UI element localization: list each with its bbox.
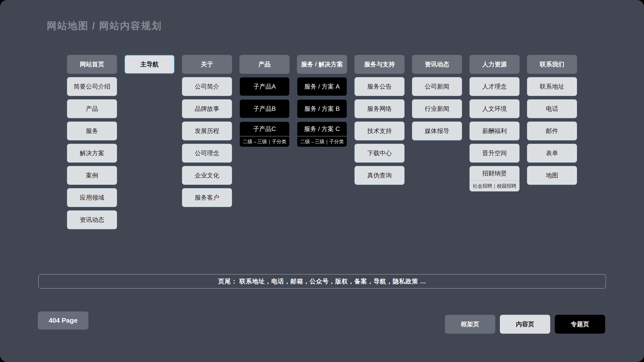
sitemap-columns: 网站首页简要公司介绍产品服务解决方案案例应用领域资讯动态主导航关于公司简介品牌故… [67,55,577,229]
sitemap-node[interactable]: 服务 / 方案 C二级→三级｜子分类 [297,122,347,147]
sitemap-node[interactable]: 行业新闻 [412,99,462,118]
sitemap-node[interactable]: 下载中心 [354,144,405,163]
sitemap-node[interactable]: 真伪查询 [354,166,405,185]
sitemap-column-2: 主导航 [124,55,175,229]
column-header-node[interactable]: 服务 / 解决方案 [297,55,347,74]
sitemap-node[interactable]: 联系地址 [527,77,577,96]
sitemap-column-3: 关于公司简介品牌故事发展历程公司理念企业文化服务客户 [182,55,232,229]
legend-button-light[interactable]: 内容页 [500,315,550,334]
sitemap-node[interactable]: 地图 [527,166,577,185]
sitemap-node[interactable]: 服务公告 [354,77,405,96]
sitemap-column-5: 服务 / 解决方案服务 / 方案 A服务 / 方案 B服务 / 方案 C二级→三… [297,55,347,229]
column-header-node[interactable]: 网站首页 [67,55,117,74]
sitemap-node[interactable]: 邮件 [527,122,577,140]
node-sub-label: 社会招聘｜校园招聘 [470,181,519,191]
sitemap-column-1: 网站首页简要公司介绍产品服务解决方案案例应用领域资讯动态 [67,55,117,229]
sitemap-node[interactable]: 产品 [67,99,117,118]
sitemap-node[interactable]: 公司理念 [182,144,232,163]
node-label: 招财纳贤 [470,166,519,180]
sitemap-node[interactable]: 表单 [527,144,577,163]
sitemap-node[interactable]: 企业文化 [182,166,232,185]
node-sub-label: 二级→三级｜子分类 [240,136,289,147]
sitemap-node[interactable]: 应用领域 [67,188,117,207]
footer-node[interactable]: 页尾： 联系地址，电话，邮箱，公众号，版权，备案，导航，隐私政策 ... [38,274,606,288]
sitemap-node[interactable]: 服务网络 [354,99,405,118]
column-header-node[interactable]: 服务与支持 [354,55,405,74]
sitemap-column-8: 人力资源人才理念人文环境薪酬福利晋升空间招财纳贤社会招聘｜校园招聘 [469,55,520,229]
column-header-node[interactable]: 产品 [239,55,290,74]
sitemap-canvas: 网站地图 / 网站内容规划 网站首页简要公司介绍产品服务解决方案案例应用领域资讯… [0,0,644,362]
node-label: 服务 / 方案 C [297,122,347,136]
sitemap-node[interactable]: 服务客户 [182,188,232,207]
sitemap-node[interactable]: 服务 / 方案 B [297,99,347,118]
legend-button-gray[interactable]: 框架页 [445,315,495,334]
sitemap-node[interactable]: 案例 [67,166,117,185]
sitemap-column-6: 服务与支持服务公告服务网络技术支持下载中心真伪查询 [354,55,405,229]
sitemap-node[interactable]: 服务 / 方案 A [297,77,347,96]
sitemap-node[interactable]: 资讯动态 [67,210,117,229]
sitemap-node[interactable]: 人文环境 [469,99,520,118]
main-nav-node[interactable]: 主导航 [124,55,175,74]
column-header-node[interactable]: 人力资源 [469,55,520,74]
sitemap-node[interactable]: 电话 [527,99,577,118]
sitemap-node[interactable]: 服务 [67,122,117,140]
node-label: 子产品C [240,122,289,136]
sitemap-node[interactable]: 子产品A [239,77,290,96]
sitemap-node[interactable]: 公司新闻 [412,77,462,96]
legend-button-black[interactable]: 专题页 [555,315,605,334]
sitemap-column-9: 联系我们联系地址电话邮件表单地图 [527,55,577,229]
sitemap-node[interactable]: 人才理念 [469,77,520,96]
sitemap-node[interactable]: 子产品B [239,99,290,118]
sitemap-node[interactable]: 薪酬福利 [469,122,520,140]
sitemap-node[interactable]: 发展历程 [182,122,232,140]
sitemap-column-7: 资讯动态公司新闻行业新闻媒体报导 [412,55,462,229]
page-title: 网站地图 / 网站内容规划 [47,19,162,32]
sitemap-node[interactable]: 品牌故事 [182,99,232,118]
404-page-button[interactable]: 404 Page [38,311,88,330]
sitemap-node[interactable]: 解决方案 [67,144,117,163]
column-header-node[interactable]: 联系我们 [527,55,577,74]
column-header-node[interactable]: 资讯动态 [412,55,462,74]
sitemap-node[interactable]: 招财纳贤社会招聘｜校园招聘 [469,166,520,191]
sitemap-node[interactable]: 简要公司介绍 [67,77,117,96]
sitemap-node[interactable]: 子产品C二级→三级｜子分类 [239,122,290,147]
node-sub-label: 二级→三级｜子分类 [297,136,347,147]
sitemap-node[interactable]: 技术支持 [354,122,405,140]
page-type-legend: 框架页内容页专题页 [445,315,605,334]
sitemap-node[interactable]: 晋升空间 [469,144,520,163]
sitemap-node[interactable]: 媒体报导 [412,122,462,140]
sitemap-column-4: 产品子产品A子产品B子产品C二级→三级｜子分类 [239,55,290,229]
sitemap-node[interactable]: 公司简介 [182,77,232,96]
column-header-node[interactable]: 关于 [182,55,232,74]
